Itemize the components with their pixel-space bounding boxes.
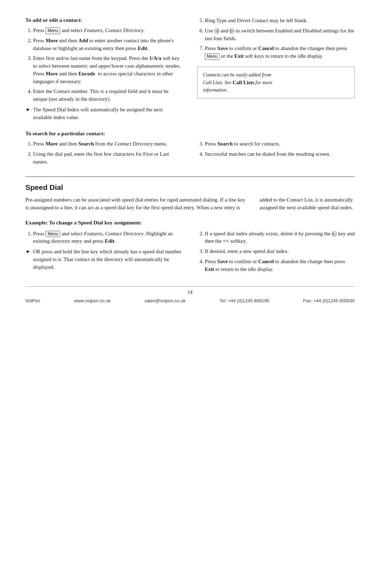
- example-right-steps: If a speed dial index already exists, de…: [197, 230, 355, 273]
- speed-dial-intro-left: Pre-assigned numbers can be associated w…: [25, 196, 246, 212]
- search-bold-2: Search: [217, 141, 233, 147]
- call-lists-bold: Call Lists: [233, 80, 254, 85]
- search-right: Press Search to search for contacts. Suc…: [197, 140, 355, 168]
- search-more-bold: More: [45, 141, 58, 147]
- search-heading: To search for a particular contact:: [25, 130, 355, 137]
- footer-tel: Tel: +44 (0)1245 808195: [220, 298, 269, 303]
- add-edit-left-steps: Press Menu and select Features, Contact …: [25, 27, 183, 103]
- save-bold-2: Save: [217, 259, 228, 264]
- note-line3: information.: [203, 87, 228, 93]
- note-box: Contacts can be easily added from Call L…: [197, 67, 355, 99]
- leftleft-bold: <<: [223, 238, 229, 244]
- menu-btn-3: Menu: [45, 231, 60, 237]
- example-left: Press Menu and select Features, Contact …: [25, 230, 183, 276]
- edit-bold-2: Edit: [105, 238, 115, 244]
- step-6: Use ◁ and ▷ to switch between Enabled an…: [205, 27, 355, 43]
- add-edit-left: To add or edit a contact: Press Menu and…: [25, 17, 183, 124]
- add-edit-heading: To add or edit a contact:: [25, 17, 183, 23]
- more-bold: More: [45, 38, 58, 43]
- search-step-3: Press Search to search for contacts.: [205, 140, 355, 148]
- note-line2-post: for more: [254, 80, 272, 85]
- page-number: 14: [25, 290, 355, 295]
- search-left: Press More and then Search from the Cont…: [25, 140, 183, 168]
- example-step-4: Press Save to confirm or Cancel to aband…: [205, 258, 355, 273]
- menu-button-icon: Menu: [45, 27, 60, 34]
- speed-dial-section: Speed Dial Pre-assigned numbers can be a…: [25, 183, 355, 276]
- step-7: Press Save to confirm or Cancel to aband…: [205, 45, 355, 60]
- menu-btn-2: Menu: [205, 53, 220, 60]
- nav-right-icon: ▷: [229, 29, 234, 33]
- features-italic: Features, Contact Directory: [84, 27, 144, 33]
- search-step-2: Using the dial pad, enter the first few …: [33, 150, 183, 166]
- speed-dial-intro: Pre-assigned numbers can be associated w…: [25, 196, 355, 212]
- search-section: To search for a particular contact: Pres…: [25, 130, 355, 168]
- more-bold-2: More: [45, 71, 58, 76]
- 1aa-bold: 1/A/a: [149, 55, 161, 61]
- speed-dial-bullet: The Speed Dial Index will automatically …: [27, 106, 183, 122]
- step-4: Enter the Contact number. This is a requ…: [33, 88, 183, 103]
- example-step-3: If desired, enter a new speed dial index…: [205, 248, 355, 255]
- step-3: Enter first and/or last name from the ke…: [33, 55, 183, 85]
- nav-circle-icon: ▷: [332, 231, 337, 236]
- speed-dial-intro-right: added to the Contact List, it is automat…: [260, 196, 355, 212]
- bullet-list: The Speed Dial Index will automatically …: [25, 106, 183, 122]
- step-5: Ring Type and Divert Contact may be left…: [205, 17, 355, 25]
- edit-bold: Edit: [138, 45, 147, 51]
- example-step-1: Press Menu and select Features, Contact …: [33, 230, 183, 246]
- encode-bold: Encode: [78, 71, 96, 76]
- example-cols: Press Menu and select Features, Contact …: [25, 230, 355, 276]
- search-cols: Press More and then Search from the Cont…: [25, 140, 355, 168]
- search-step-4: Successful matches can be dialed from th…: [205, 150, 355, 158]
- save-bold: Save: [217, 45, 228, 51]
- page: To add or edit a contact: Press Menu and…: [0, 0, 380, 588]
- example-heading: Example: To change a Speed Dial key assi…: [25, 219, 355, 226]
- search-right-steps: Press Search to search for contacts. Suc…: [197, 140, 355, 158]
- or-bullet: OR press and hold the line key which alr…: [27, 248, 183, 271]
- features-italic-2: Features, Contact Directory: [84, 231, 144, 236]
- add-edit-right: Ring Type and Divert Contact may be left…: [197, 17, 355, 124]
- add-edit-right-steps: Ring Type and Divert Contact may be left…: [197, 17, 355, 60]
- footer-company: VoIPon: [25, 298, 40, 303]
- footer-divider: [25, 286, 355, 287]
- speed-dial-title: Speed Dial: [25, 183, 355, 192]
- section-divider: [25, 177, 355, 177]
- search-left-steps: Press More and then Search from the Cont…: [25, 140, 183, 166]
- example-bullet-list: OR press and hold the line key which alr…: [25, 248, 183, 271]
- exit-bold-2: Exit: [205, 266, 214, 272]
- step-2: Press More and then Add to enter another…: [33, 37, 183, 52]
- search-step-1: Press More and then Search from the Cont…: [33, 140, 183, 148]
- example-right: If a speed dial index already exists, de…: [197, 230, 355, 276]
- search-bold: Search: [78, 141, 94, 147]
- exit-bold: Exit: [234, 53, 244, 59]
- example-step-2: If a speed dial index already exists, de…: [205, 230, 355, 246]
- add-bold: Add: [78, 38, 88, 43]
- step-1: Press Menu and select Features, Contact …: [33, 27, 183, 35]
- contact-dir-italic: Contact Directory: [114, 141, 153, 147]
- nav-left-icon: ◁: [214, 29, 219, 33]
- note-line1: Contacts can be easily added from: [203, 72, 271, 78]
- note-line2-pre: Call Lists. See: [203, 80, 233, 85]
- footer-email: sales@voipon.co.uk: [145, 298, 186, 303]
- cancel-bold: Cancel: [258, 45, 274, 51]
- footer: VoIPon www.voipon.co.uk sales@voipon.co.…: [25, 298, 355, 303]
- add-edit-section: To add or edit a contact: Press Menu and…: [25, 17, 355, 124]
- cancel-bold-2: Cancel: [258, 259, 274, 264]
- footer-fax: Fax: +44 (0)1245 600030: [303, 298, 355, 303]
- example-left-steps: Press Menu and select Features, Contact …: [25, 230, 183, 246]
- footer-website: www.voipon.co.uk: [74, 298, 110, 303]
